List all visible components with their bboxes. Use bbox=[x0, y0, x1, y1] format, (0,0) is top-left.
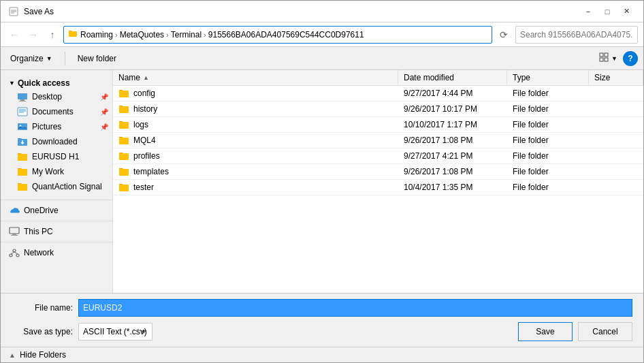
refresh-button[interactable]: ⟳ bbox=[495, 26, 513, 44]
file-size-cell bbox=[589, 86, 643, 101]
sidebar-item-pictures[interactable]: Pictures 📌 bbox=[1, 119, 112, 134]
sidebar-item-quantaction[interactable]: QuantAction Signal bbox=[1, 179, 112, 194]
svg-rect-5 bbox=[69, 31, 77, 37]
sidebar-desktop-label: Desktop bbox=[32, 92, 62, 101]
file-name-cell: tester bbox=[113, 180, 398, 195]
svg-point-27 bbox=[10, 254, 12, 257]
folder-icon bbox=[118, 183, 129, 192]
table-row[interactable]: config 9/27/2017 4:44 PM File folder bbox=[113, 86, 643, 101]
sidebar-eurusd-label: EURUSD H1 bbox=[32, 152, 79, 161]
sidebar-item-thispc[interactable]: This PC bbox=[1, 224, 112, 239]
table-row[interactable]: history 9/26/2017 10:17 PM File folder bbox=[113, 101, 643, 117]
action-buttons: Save Cancel bbox=[518, 322, 632, 341]
column-date[interactable]: Date modified bbox=[398, 70, 507, 85]
filename-label: File name: bbox=[12, 303, 73, 313]
table-row[interactable]: logs 10/10/2017 1:17 PM File folder bbox=[113, 117, 643, 133]
cancel-label: Cancel bbox=[592, 327, 617, 336]
sidebar-item-downloaded[interactable]: Downloaded bbox=[1, 134, 112, 149]
sidebar-item-desktop[interactable]: Desktop 📌 bbox=[1, 89, 112, 104]
column-size[interactable]: Size bbox=[589, 70, 643, 85]
downloaded-icon bbox=[17, 136, 28, 147]
svg-rect-23 bbox=[10, 227, 19, 234]
svg-rect-22 bbox=[18, 184, 27, 191]
file-list-area: Name ▲ Date modified Type Size config bbox=[113, 70, 643, 293]
quick-access-section: ▼ Quick access Desktop 📌 bbox=[1, 73, 112, 197]
svg-rect-17 bbox=[18, 123, 27, 130]
svg-rect-12 bbox=[19, 101, 26, 101]
view-icon bbox=[599, 52, 609, 64]
file-name-cell: config bbox=[113, 86, 398, 101]
breadcrumb-folder-icon bbox=[68, 29, 78, 40]
sidebar-item-documents[interactable]: Documents 📌 bbox=[1, 104, 112, 119]
view-button[interactable]: ▼ bbox=[595, 51, 622, 65]
svg-rect-6 bbox=[600, 53, 603, 57]
breadcrumb-guid[interactable]: 915566BA06ADA407569C544CC0D97611 bbox=[208, 30, 364, 40]
toolbar-divider bbox=[65, 52, 65, 65]
sidebar-item-onedrive[interactable]: OneDrive bbox=[1, 203, 112, 218]
sidebar: ▼ Quick access Desktop 📌 bbox=[1, 70, 113, 293]
title-bar: Save As − □ ✕ bbox=[1, 1, 643, 22]
organize-chevron-icon: ▼ bbox=[46, 55, 52, 62]
maximize-button[interactable]: □ bbox=[598, 5, 616, 18]
save-button[interactable]: Save bbox=[518, 322, 573, 341]
file-type-cell: File folder bbox=[507, 180, 589, 195]
forward-button[interactable]: → bbox=[25, 27, 42, 43]
column-type[interactable]: Type bbox=[507, 70, 589, 85]
svg-rect-24 bbox=[12, 234, 16, 235]
svg-rect-35 bbox=[119, 153, 129, 160]
table-row[interactable]: templates 9/26/2017 1:08 PM File folder bbox=[113, 164, 643, 180]
folder-icon bbox=[118, 89, 129, 98]
sidebar-thispc-label: This PC bbox=[24, 227, 53, 236]
breadcrumb-metaquotes[interactable]: MetaQuotes bbox=[120, 30, 164, 40]
help-button[interactable]: ? bbox=[623, 51, 638, 66]
back-button[interactable]: ← bbox=[6, 27, 22, 43]
column-name[interactable]: Name ▲ bbox=[113, 70, 398, 85]
column-size-label: Size bbox=[594, 73, 610, 82]
svg-rect-34 bbox=[119, 138, 129, 144]
quick-access-header[interactable]: ▼ Quick access bbox=[1, 76, 112, 89]
desktop-icon bbox=[17, 91, 28, 102]
svg-rect-21 bbox=[18, 169, 27, 176]
minimize-button[interactable]: − bbox=[579, 5, 597, 18]
search-input[interactable] bbox=[515, 26, 638, 44]
svg-rect-9 bbox=[605, 58, 608, 61]
network-icon bbox=[9, 247, 20, 258]
filename-input[interactable] bbox=[78, 299, 632, 317]
dialog-icon bbox=[9, 6, 20, 17]
organize-button[interactable]: Organize ▼ bbox=[6, 52, 57, 65]
file-date-cell: 9/26/2017 1:08 PM bbox=[398, 133, 507, 148]
quick-access-label: Quick access bbox=[18, 78, 70, 88]
file-date-cell: 9/26/2017 1:08 PM bbox=[398, 164, 507, 179]
svg-rect-20 bbox=[18, 154, 27, 161]
breadcrumb-roaming[interactable]: Roaming bbox=[80, 30, 113, 40]
forward-icon: → bbox=[29, 29, 38, 40]
svg-rect-25 bbox=[11, 235, 18, 236]
table-row[interactable]: tester 10/4/2017 1:35 PM File folder bbox=[113, 180, 643, 195]
file-size-cell bbox=[589, 164, 643, 179]
eurusd-folder-icon bbox=[17, 151, 28, 162]
file-date-cell: 9/27/2017 4:44 PM bbox=[398, 86, 507, 101]
cancel-button[interactable]: Cancel bbox=[578, 322, 632, 341]
breadcrumb-terminal[interactable]: Terminal bbox=[171, 30, 202, 40]
breadcrumb-sep-1: › bbox=[115, 31, 118, 39]
svg-rect-36 bbox=[119, 169, 129, 176]
sidebar-item-mywork[interactable]: My Work bbox=[1, 164, 112, 179]
file-name-cell: history bbox=[113, 101, 398, 116]
pin-icon: 📌 bbox=[100, 93, 108, 101]
savetype-select[interactable]: ASCII Text (*.csv) bbox=[78, 323, 152, 341]
hide-folders-label[interactable]: Hide Folders bbox=[20, 350, 66, 360]
table-row[interactable]: MQL4 9/26/2017 1:08 PM File folder bbox=[113, 133, 643, 148]
close-button[interactable]: ✕ bbox=[617, 5, 635, 18]
file-name-cell: MQL4 bbox=[113, 133, 398, 148]
pin-icon-docs: 📌 bbox=[100, 108, 108, 116]
breadcrumb-bar[interactable]: Roaming › MetaQuotes › Terminal › 915566… bbox=[63, 26, 492, 44]
table-row[interactable]: profiles 9/27/2017 4:21 PM File folder bbox=[113, 148, 643, 164]
svg-line-30 bbox=[14, 252, 18, 254]
sidebar-item-eurusd[interactable]: EURUSD H1 bbox=[1, 149, 112, 164]
new-folder-button[interactable]: New folder bbox=[74, 52, 120, 65]
hide-folders-chevron-icon[interactable]: ▲ bbox=[9, 351, 16, 359]
sidebar-item-network[interactable]: Network bbox=[1, 245, 112, 260]
file-size-cell bbox=[589, 148, 643, 163]
up-button[interactable]: ↑ bbox=[44, 27, 61, 43]
new-folder-label: New folder bbox=[78, 54, 116, 63]
